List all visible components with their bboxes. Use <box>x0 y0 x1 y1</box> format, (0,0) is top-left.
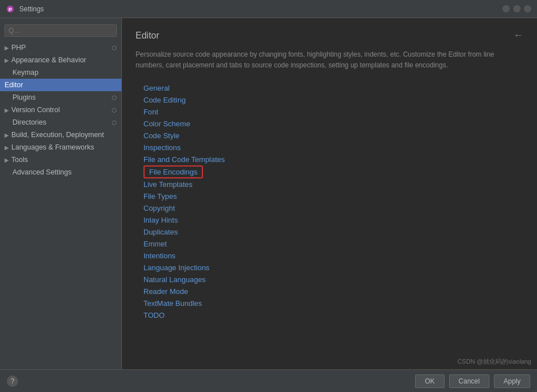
content-links-container: GeneralCode EditingFontColor SchemeCode … <box>136 82 523 321</box>
expand-arrow-php: ▶ <box>5 45 9 51</box>
titlebar: P Settings <box>0 0 537 18</box>
content-link-inlay-hints[interactable]: Inlay Hints <box>136 214 523 226</box>
content-link-code-style[interactable]: Code Style <box>136 130 523 142</box>
content-link-general[interactable]: General <box>136 82 523 94</box>
back-button[interactable]: ← <box>513 29 523 41</box>
content-link-copyright[interactable]: Copyright <box>136 202 523 214</box>
content-area: Editor ← Personalize source code appeara… <box>122 18 537 369</box>
content-title: Editor <box>136 31 159 41</box>
expand-arrow-tools: ▶ <box>5 157 9 163</box>
repo-icon-plugins: ⬡ <box>112 95 117 101</box>
svg-text:P: P <box>9 7 12 12</box>
maximize-button[interactable] <box>513 5 521 12</box>
sidebar-label-build: Build, Execution, Deployment <box>11 131 104 139</box>
content-link-file-and-code-templates[interactable]: File and Code Templates <box>136 154 523 165</box>
sidebar-label-appearance: Appearance & Behavior <box>11 56 86 64</box>
sidebar-item-plugins[interactable]: Plugins⬡ <box>0 91 121 104</box>
sidebar-items-container: ▶PHP⬡▶Appearance & BehaviorKeymapEditorP… <box>0 41 121 178</box>
content-link-emmet[interactable]: Emmet <box>136 238 523 250</box>
sidebar-label-advanced: Advanced Settings <box>12 168 71 176</box>
content-link-inspections[interactable]: Inspections <box>136 142 523 154</box>
main-layout: ▶PHP⬡▶Appearance & BehaviorKeymapEditorP… <box>0 18 537 369</box>
content-link-intentions[interactable]: Intentions <box>136 250 523 262</box>
content-link-language-injections[interactable]: Language Injections <box>136 262 523 274</box>
expand-arrow-build: ▶ <box>5 132 9 138</box>
sidebar-label-languages: Languages & Frameworks <box>11 143 94 151</box>
content-link-natural-languages[interactable]: Natural Languages <box>136 274 523 286</box>
sidebar-label-php: PHP <box>11 44 26 52</box>
sidebar-label-directories: Directories <box>12 118 46 126</box>
search-input[interactable] <box>5 24 117 37</box>
sidebar-item-directories[interactable]: Directories⬡ <box>0 116 121 129</box>
content-link-code-editing[interactable]: Code Editing <box>136 94 523 106</box>
sidebar-item-keymap[interactable]: Keymap <box>0 66 121 79</box>
content-link-textmate-bundles[interactable]: TextMate Bundles <box>136 297 523 309</box>
app-icon: P <box>6 5 15 14</box>
content-link-file-encodings[interactable]: File Encodings <box>143 165 203 178</box>
apply-button[interactable]: Apply <box>494 374 530 388</box>
content-link-duplicates[interactable]: Duplicates <box>136 226 523 238</box>
sidebar-item-appearance[interactable]: ▶Appearance & Behavior <box>0 54 121 66</box>
footer-buttons: OK Cancel Apply <box>415 374 530 388</box>
help-button[interactable]: ? <box>7 376 18 387</box>
expand-arrow-appearance: ▶ <box>5 57 9 63</box>
sidebar: ▶PHP⬡▶Appearance & BehaviorKeymapEditorP… <box>0 18 122 369</box>
expand-arrow-languages: ▶ <box>5 144 9 151</box>
repo-icon-php: ⬡ <box>112 45 117 51</box>
sidebar-label-keymap: Keymap <box>12 69 39 76</box>
content-link-file-types[interactable]: File Types <box>136 190 523 202</box>
content-description: Personalize source code appearance by ch… <box>136 49 521 71</box>
sidebar-item-tools[interactable]: ▶Tools <box>0 154 121 166</box>
cancel-button[interactable]: Cancel <box>449 374 489 388</box>
sidebar-item-build[interactable]: ▶Build, Execution, Deployment <box>0 129 121 141</box>
sidebar-label-tools: Tools <box>11 156 28 164</box>
sidebar-item-languages[interactable]: ▶Languages & Frameworks <box>0 141 121 154</box>
minimize-button[interactable] <box>502 5 510 12</box>
sidebar-item-editor[interactable]: Editor <box>0 79 121 91</box>
repo-icon-directories: ⬡ <box>112 120 117 126</box>
sidebar-search-container <box>5 24 117 37</box>
titlebar-title: Settings <box>19 5 44 13</box>
sidebar-label-version-control: Version Control <box>11 106 60 114</box>
content-header: Editor ← <box>136 29 523 41</box>
sidebar-item-advanced[interactable]: Advanced Settings <box>0 166 121 178</box>
content-link-todo[interactable]: TODO <box>136 309 523 321</box>
sidebar-item-php[interactable]: ▶PHP⬡ <box>0 41 121 54</box>
content-link-font[interactable]: Font <box>136 106 523 118</box>
content-link-reader-mode[interactable]: Reader Mode <box>136 286 523 297</box>
close-button[interactable] <box>524 5 531 12</box>
repo-icon-version-control: ⬡ <box>112 107 117 113</box>
ok-button[interactable]: OK <box>415 374 444 388</box>
sidebar-item-version-control[interactable]: ▶Version Control⬡ <box>0 104 121 116</box>
footer: ? OK Cancel Apply <box>0 369 537 392</box>
sidebar-label-editor: Editor <box>5 81 23 89</box>
titlebar-controls <box>502 5 531 12</box>
content-link-color-scheme[interactable]: Color Scheme <box>136 118 523 130</box>
sidebar-label-plugins: Plugins <box>12 93 36 101</box>
expand-arrow-version-control: ▶ <box>5 107 9 113</box>
content-link-live-templates[interactable]: Live Templates <box>136 178 523 190</box>
